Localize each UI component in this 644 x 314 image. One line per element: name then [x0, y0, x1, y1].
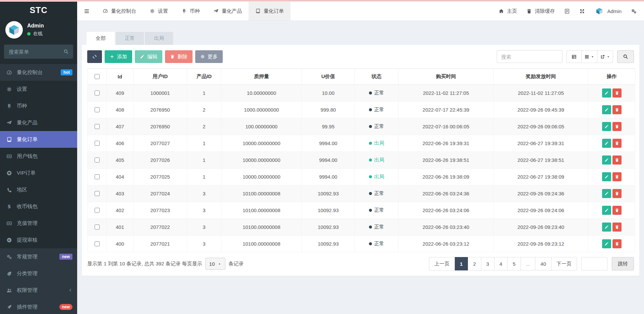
delete-button[interactable]: 删除: [165, 50, 193, 63]
sidebar-item-category[interactable]: 分类管理: [0, 265, 77, 282]
sidebar-item-permissions[interactable]: 权限管理: [0, 282, 77, 299]
edit-row-button[interactable]: [602, 172, 611, 181]
delete-row-button[interactable]: [612, 206, 622, 215]
delete-row-button[interactable]: [612, 189, 622, 198]
sidebar-item-quant-orders[interactable]: 量化订单: [0, 131, 77, 148]
page-item-3[interactable]: 3: [481, 257, 494, 270]
more-button[interactable]: 更多: [195, 50, 223, 63]
page-item-5[interactable]: 5: [507, 257, 521, 270]
nav-fullscreen[interactable]: [575, 2, 590, 20]
menu-search-input[interactable]: [4, 45, 73, 59]
delete-row-button[interactable]: [612, 88, 622, 98]
sidebar-item-user-wallet[interactable]: 用户钱包: [0, 148, 77, 165]
row-checkbox[interactable]: [95, 174, 100, 179]
detail-view-button[interactable]: [567, 50, 582, 63]
cell-user_id: 2077022: [133, 219, 187, 236]
status-badge: 正常: [369, 107, 384, 113]
columns-button[interactable]: [582, 50, 597, 63]
edit-row-button[interactable]: [602, 155, 611, 165]
sidebar-item-coins[interactable]: 币种: [0, 98, 77, 114]
page-jump-button[interactable]: 跳转: [612, 257, 634, 270]
delete-row-button[interactable]: [612, 223, 622, 232]
pencil-icon: [604, 242, 609, 246]
row-checkbox[interactable]: [95, 124, 100, 129]
row-checkbox[interactable]: [95, 225, 100, 230]
delete-row-button[interactable]: [612, 105, 622, 114]
edit-row-button[interactable]: [602, 122, 611, 131]
add-button[interactable]: 添加: [105, 50, 132, 63]
nav-home[interactable]: 主页: [494, 2, 522, 20]
nav-user[interactable]: Admin: [590, 2, 626, 20]
tab-quant-console[interactable]: 量化控制台: [96, 2, 143, 20]
sidebar-item-receive-wallet[interactable]: 收币钱包: [0, 198, 77, 215]
row-checkbox[interactable]: [95, 191, 100, 196]
tab-quant-orders[interactable]: 量化订单: [249, 2, 290, 20]
cell-product_id: 1: [187, 169, 221, 185]
sidebar-toggle-button[interactable]: [77, 2, 96, 20]
page-item-下一页[interactable]: 下一页: [551, 257, 577, 270]
table-search-input[interactable]: [497, 50, 562, 63]
edit-row-button[interactable]: [602, 139, 611, 148]
page-jump-input[interactable]: [581, 257, 607, 270]
sidebar-item-recharge[interactable]: 充值管理: [0, 215, 77, 232]
edit-row-button[interactable]: [602, 239, 611, 248]
delete-row-button[interactable]: [612, 155, 622, 165]
tab-coins[interactable]: 币种: [175, 2, 207, 20]
edit-button-label: 编辑: [147, 54, 157, 60]
tab-quant-products[interactable]: 量化产品: [207, 2, 249, 20]
edit-row-button[interactable]: [602, 105, 611, 114]
row-checkbox[interactable]: [95, 241, 100, 246]
page-item-1[interactable]: 1: [455, 257, 468, 270]
edit-row-button[interactable]: [602, 88, 611, 98]
users-icon: [6, 288, 12, 293]
delete-row-button[interactable]: [612, 139, 622, 148]
refresh-button[interactable]: [87, 50, 102, 63]
tab-label: 量化订单: [264, 8, 284, 14]
nav-language[interactable]: [559, 2, 575, 20]
sidebar-item-regions[interactable]: 地区: [0, 181, 77, 198]
delete-row-button[interactable]: [612, 239, 622, 248]
row-checkbox[interactable]: [95, 208, 100, 213]
nav-settings[interactable]: [626, 2, 641, 20]
edit-row-button[interactable]: [602, 223, 611, 232]
search-submit-button[interactable]: [617, 50, 634, 63]
row-checkbox[interactable]: [95, 141, 100, 146]
cell-actions: [588, 152, 635, 169]
sidebar-item-quant-products[interactable]: 量化产品: [0, 114, 77, 131]
page-item-40[interactable]: 40: [535, 257, 551, 270]
delete-row-button[interactable]: [612, 122, 622, 131]
page-item-4[interactable]: 4: [494, 257, 507, 270]
row-checkbox-cell: [88, 135, 107, 152]
avatar[interactable]: [5, 21, 23, 39]
page-size-select[interactable]: 10: [205, 258, 226, 270]
sidebar-item-label: 提现审核: [17, 237, 72, 244]
edit-button[interactable]: 编辑: [135, 50, 162, 63]
cell-buy_time: 2022-06-26 03:24:36: [398, 185, 494, 202]
page-item-上一页[interactable]: 上一页: [429, 257, 455, 270]
row-checkbox[interactable]: [95, 158, 100, 163]
export-button[interactable]: [597, 50, 613, 63]
page-item-2[interactable]: 2: [468, 257, 481, 270]
sidebar-item-settings[interactable]: 设置: [0, 81, 77, 98]
row-checkbox[interactable]: [95, 90, 100, 96]
sidebar-item-general[interactable]: 常规管理new: [0, 248, 77, 265]
row-checkbox[interactable]: [95, 107, 100, 112]
sidebar-item-vip-orders[interactable]: VIP订单: [0, 165, 77, 181]
trash-icon: [615, 225, 619, 229]
select-all-checkbox[interactable]: [95, 74, 100, 79]
tab-settings[interactable]: 设置: [143, 2, 175, 20]
cell-reward_time: 2022-06-27 19:38:51: [494, 152, 588, 169]
edit-row-button[interactable]: [602, 189, 611, 198]
sidebar-item-quant-console[interactable]: 量化控制台hot: [0, 64, 77, 81]
cell-actions: [588, 85, 635, 102]
edit-row-button[interactable]: [602, 206, 611, 215]
filter-tab-1[interactable]: 正常: [116, 32, 144, 45]
sidebar-item-plugins[interactable]: 插件管理new: [0, 299, 77, 314]
sidebar-item-withdraw-review[interactable]: 提现审核: [0, 232, 77, 248]
sidebar-header: STC Admin 在线: [0, 2, 77, 64]
nav-clear-cache[interactable]: 清除缓存: [522, 2, 559, 20]
filter-tab-0[interactable]: 全部: [87, 32, 115, 45]
sidebar-menu: 量化控制台hot设置币种量化产品量化订单用户钱包VIP订单地区收币钱包充值管理提…: [0, 64, 77, 314]
filter-tab-2[interactable]: 出局: [145, 32, 173, 45]
delete-row-button[interactable]: [612, 172, 622, 181]
